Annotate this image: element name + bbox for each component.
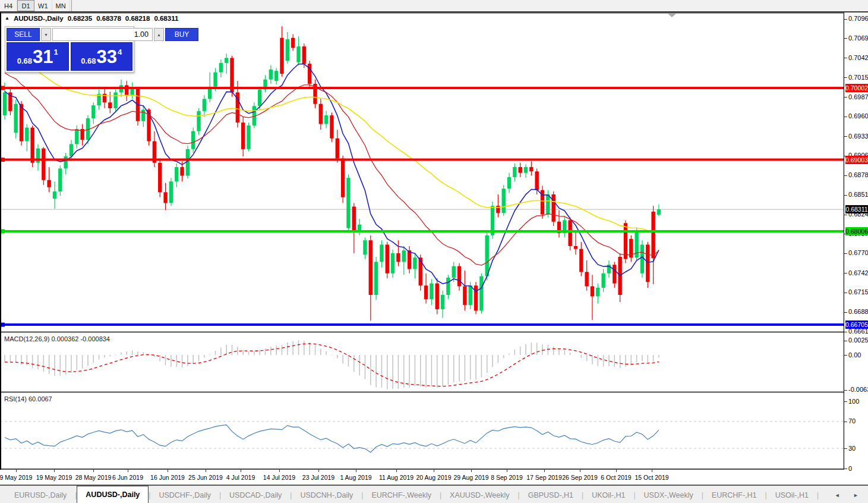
- tab-EURCHF-,Weekly[interactable]: EURCHF-,Weekly: [363, 488, 439, 503]
- date-tick: [168, 470, 168, 472]
- date-tick: [471, 470, 472, 472]
- date-tick: [241, 470, 241, 472]
- axis-tick: [844, 390, 847, 391]
- price-axis-label: 100: [848, 398, 859, 405]
- timeframe-button-MN[interactable]: MN: [52, 0, 70, 11]
- price-axis[interactable]: 0.709650.706950.704200.701500.698750.696…: [844, 0, 868, 485]
- axis-tick: [844, 355, 847, 356]
- date-tick: [544, 470, 545, 472]
- ohlc-low: 0.68218: [125, 15, 150, 22]
- date-tick: [434, 470, 434, 472]
- volume-input[interactable]: [52, 28, 153, 41]
- date-axis[interactable]: 9 May 201919 May 201928 May 20196 Jun 20…: [0, 470, 844, 485]
- tab-UKOil-,H1[interactable]: UKOil-,H1: [583, 488, 633, 503]
- ohlc-high: 0.68378: [96, 15, 121, 22]
- sell-button[interactable]: SELL: [7, 28, 40, 41]
- macd-layer: [5, 340, 659, 389]
- date-axis-label: 28 May 2019: [75, 474, 112, 481]
- volume-decrease-button[interactable]: ▼: [41, 28, 51, 41]
- date-axis-label: 23 Jul 2019: [302, 474, 334, 481]
- tab-USOil-,H1[interactable]: USOil-,H1: [767, 488, 817, 503]
- macd-value-signal: -0.000834: [80, 335, 110, 342]
- date-axis-label: 17 Sep 2019: [526, 474, 562, 481]
- timeframe-toolbar: H4D1W1MN: [0, 0, 868, 11]
- tab-GBPUSD-,H1[interactable]: GBPUSD-,H1: [520, 488, 582, 503]
- toolbar-separator: [71, 0, 72, 11]
- axis-tick: [844, 215, 847, 215]
- tab-USDCNH-,Daily[interactable]: USDCNH-,Daily: [292, 488, 361, 503]
- price-axis-label: 0.69330: [848, 133, 868, 140]
- tab-EURCHF-,H1[interactable]: EURCHF-,H1: [703, 488, 765, 503]
- tab-scroll-arrows[interactable]: ◄ ►: [835, 492, 864, 498]
- timeframe-button-W1[interactable]: W1: [34, 0, 52, 11]
- rsi-layer: [0, 422, 844, 452]
- axis-tick: [844, 38, 847, 39]
- macd-value-main: 0.000362: [51, 335, 78, 342]
- sell-price-point: 1: [54, 48, 58, 56]
- price-axis-label: 0.69605: [848, 112, 868, 120]
- date-tick: [16, 470, 17, 472]
- axis-tick: [844, 19, 847, 20]
- price-axis-label: 0.69875: [848, 93, 868, 100]
- axis-tick: [844, 195, 847, 196]
- chart-canvas[interactable]: [0, 0, 868, 503]
- mt4-window: H4D1W1MN ▲ AUDUSD-,Daily 0.68235 0.68378…: [0, 0, 868, 503]
- price-chip-0.69003: 0.69003: [845, 156, 868, 164]
- chart-header: ▲ AUDUSD-,Daily 0.68235 0.68378 0.68218 …: [5, 15, 178, 22]
- collapse-panel-icon[interactable]: ▲: [5, 15, 10, 21]
- date-axis-label: 6 Jun 2019: [112, 474, 143, 481]
- tab-EURUSD-,Daily[interactable]: EURUSD-,Daily: [6, 488, 75, 503]
- chart-tab-bar: EURUSD-,Daily|AUDUSD-,Daily|USDCHF-,Dail…: [0, 485, 868, 503]
- date-axis-label: 8 Sep 2019: [491, 474, 523, 481]
- timeframe-button-D1[interactable]: D1: [17, 0, 34, 11]
- price-axis-label: 0.66880: [848, 308, 868, 315]
- price-axis-label: 0.67425: [848, 269, 868, 276]
- axis-tick: [844, 175, 847, 176]
- axis-tick: [844, 332, 847, 332]
- axis-tick: [844, 273, 847, 273]
- buy-price-prefix: 0.68: [81, 56, 96, 65]
- price-chip-0.68006: 0.68006: [845, 227, 868, 235]
- price-axis-label: 0.67700: [848, 249, 868, 256]
- chart-left-border: [0, 12, 1, 470]
- axis-tick: [844, 77, 847, 78]
- timeframe-button-H4[interactable]: H4: [0, 0, 17, 11]
- tab-USDCHF-,Daily[interactable]: USDCHF-,Daily: [150, 488, 219, 503]
- volume-increase-button[interactable]: ▲: [154, 28, 164, 41]
- date-tick: [396, 470, 397, 472]
- rsi-name: RSI(14): [4, 395, 27, 403]
- tab-separator: |: [817, 491, 819, 503]
- date-axis-label: 25 Jun 2019: [188, 474, 223, 481]
- date-tick: [356, 470, 356, 472]
- buy-button[interactable]: BUY: [165, 28, 198, 41]
- price-axis-label: 0.70695: [848, 34, 868, 42]
- date-tick: [279, 470, 280, 472]
- tab-USDX-,Weekly[interactable]: USDX-,Weekly: [636, 488, 702, 503]
- price-chip-0.70002: 0.70002: [845, 84, 868, 92]
- price-chip-0.68311: 0.68311: [845, 205, 868, 213]
- sell-price-prefix: 0.68: [17, 56, 32, 65]
- macd-signal-line: [5, 344, 659, 386]
- chart-shift-marker-icon[interactable]: [668, 14, 676, 17]
- date-axis-label: 4 Jul 2019: [226, 474, 255, 481]
- date-axis-label: 14 Jul 2019: [263, 474, 295, 481]
- date-axis-label: 26 Sep 2019: [562, 474, 598, 481]
- rsi-line: [5, 425, 659, 452]
- axis-tick: [844, 58, 847, 58]
- tab-AUDUSD-,Daily[interactable]: AUDUSD-,Daily: [77, 486, 149, 503]
- date-tick: [652, 470, 652, 472]
- panel-frame: [0, 13, 868, 485]
- axis-tick: [844, 253, 847, 254]
- axis-tick: [844, 422, 847, 422]
- buy-price-display[interactable]: 0.68 33 4: [71, 42, 133, 71]
- chevron-down-icon: ▼: [44, 33, 48, 37]
- price-axis-label: 0.002574: [848, 337, 868, 344]
- date-axis-label: 11 Aug 2019: [379, 474, 414, 481]
- tab-XAUUSD-,Weekly[interactable]: XAUUSD-,Weekly: [441, 488, 517, 503]
- date-axis-label: 16 Jun 2019: [150, 474, 185, 481]
- tab-USDCAD-,Daily[interactable]: USDCAD-,Daily: [221, 488, 290, 503]
- date-axis-label: 15 Oct 2019: [635, 474, 668, 481]
- level-lines-layer[interactable]: [0, 86, 844, 326]
- ma-55-line: [5, 56, 659, 231]
- sell-price-display[interactable]: 0.68 31 1: [7, 42, 69, 71]
